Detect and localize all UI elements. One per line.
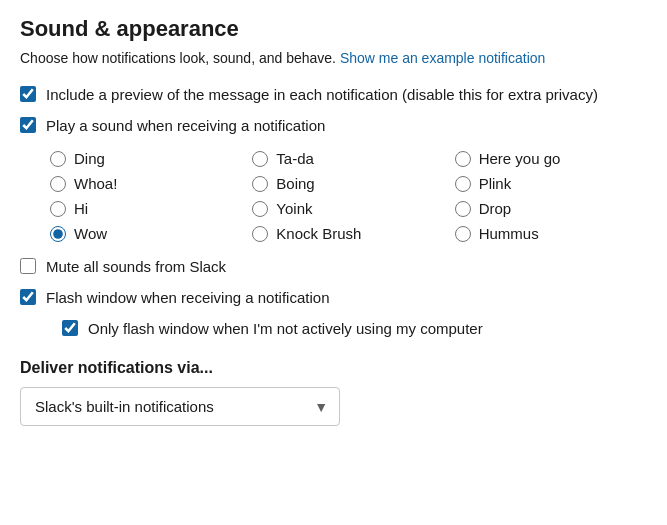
sound-option-hummus: Hummus xyxy=(455,225,647,242)
sound-radio-yoink[interactable] xyxy=(252,201,268,217)
sound-radio-hi[interactable] xyxy=(50,201,66,217)
only-flash-checkbox[interactable] xyxy=(62,320,78,336)
example-notification-link[interactable]: Show me an example notification xyxy=(340,50,545,66)
page-title: Sound & appearance xyxy=(20,16,647,42)
deliver-dropdown-wrapper: Slack's built-in notifications System no… xyxy=(20,387,340,426)
deliver-section: Deliver notifications via... Slack's bui… xyxy=(20,359,647,426)
sound-label-tada[interactable]: Ta-da xyxy=(276,150,314,167)
play-sound-checkbox[interactable] xyxy=(20,117,36,133)
sound-grid: Ding Ta-da Here you go Whoa! Boing Plink… xyxy=(50,150,647,242)
sound-option-drop: Drop xyxy=(455,200,647,217)
sound-label-hi[interactable]: Hi xyxy=(74,200,88,217)
sound-option-wow: Wow xyxy=(50,225,242,242)
sound-label-boing[interactable]: Boing xyxy=(276,175,314,192)
sound-label-whoa[interactable]: Whoa! xyxy=(74,175,117,192)
sound-option-hi: Hi xyxy=(50,200,242,217)
subtitle-text: Choose how notifications look, sound, an… xyxy=(20,50,336,66)
sound-label-plink[interactable]: Plink xyxy=(479,175,512,192)
flash-window-row: Flash window when receiving a notificati… xyxy=(20,287,647,308)
deliver-title: Deliver notifications via... xyxy=(20,359,647,377)
sound-radio-drop[interactable] xyxy=(455,201,471,217)
flash-window-label[interactable]: Flash window when receiving a notificati… xyxy=(46,287,329,308)
sound-radio-knockbrush[interactable] xyxy=(252,226,268,242)
subtitle: Choose how notifications look, sound, an… xyxy=(20,50,647,66)
sound-option-knockbrush: Knock Brush xyxy=(252,225,444,242)
sound-option-boing: Boing xyxy=(252,175,444,192)
sound-option-plink: Plink xyxy=(455,175,647,192)
include-preview-label[interactable]: Include a preview of the message in each… xyxy=(46,84,598,105)
sound-label-hummus[interactable]: Hummus xyxy=(479,225,539,242)
sound-option-whoa: Whoa! xyxy=(50,175,242,192)
sound-label-ding[interactable]: Ding xyxy=(74,150,105,167)
sound-radio-plink[interactable] xyxy=(455,176,471,192)
sound-option-hereyougo: Here you go xyxy=(455,150,647,167)
sound-radio-hereyougo[interactable] xyxy=(455,151,471,167)
sound-radio-hummus[interactable] xyxy=(455,226,471,242)
sound-radio-whoa[interactable] xyxy=(50,176,66,192)
sound-radio-tada[interactable] xyxy=(252,151,268,167)
only-flash-row: Only flash window when I'm not actively … xyxy=(62,318,647,339)
play-sound-label[interactable]: Play a sound when receiving a notificati… xyxy=(46,115,325,136)
deliver-dropdown[interactable]: Slack's built-in notifications System no… xyxy=(20,387,340,426)
sound-label-wow[interactable]: Wow xyxy=(74,225,107,242)
sound-label-hereyougo[interactable]: Here you go xyxy=(479,150,561,167)
sound-label-knockbrush[interactable]: Knock Brush xyxy=(276,225,361,242)
sound-option-ding: Ding xyxy=(50,150,242,167)
mute-sounds-row: Mute all sounds from Slack xyxy=(20,256,647,277)
flash-window-checkbox[interactable] xyxy=(20,289,36,305)
include-preview-row: Include a preview of the message in each… xyxy=(20,84,647,105)
only-flash-label[interactable]: Only flash window when I'm not actively … xyxy=(88,318,483,339)
include-preview-checkbox[interactable] xyxy=(20,86,36,102)
sound-options-section: Ding Ta-da Here you go Whoa! Boing Plink… xyxy=(50,150,647,242)
sound-radio-ding[interactable] xyxy=(50,151,66,167)
sound-radio-boing[interactable] xyxy=(252,176,268,192)
mute-sounds-label[interactable]: Mute all sounds from Slack xyxy=(46,256,226,277)
sound-radio-wow[interactable] xyxy=(50,226,66,242)
sound-option-yoink: Yoink xyxy=(252,200,444,217)
play-sound-row: Play a sound when receiving a notificati… xyxy=(20,115,647,136)
sound-option-tada: Ta-da xyxy=(252,150,444,167)
mute-sounds-checkbox[interactable] xyxy=(20,258,36,274)
sound-label-yoink[interactable]: Yoink xyxy=(276,200,312,217)
sound-label-drop[interactable]: Drop xyxy=(479,200,512,217)
